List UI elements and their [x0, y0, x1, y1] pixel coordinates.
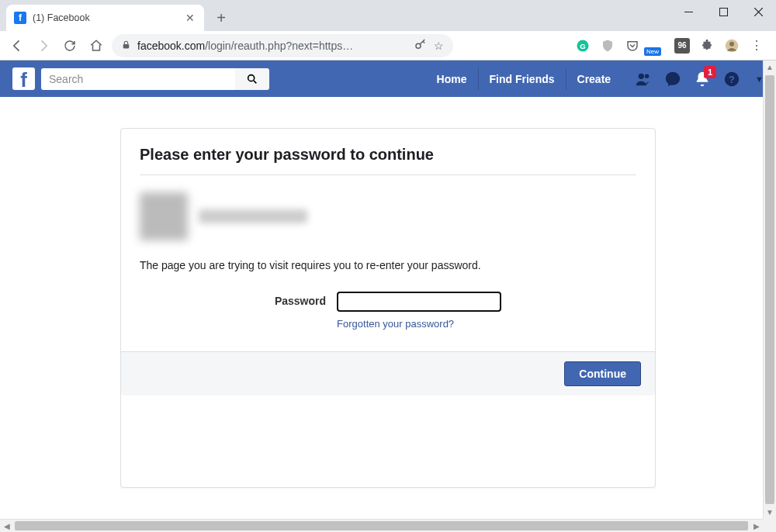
key-icon[interactable] — [414, 37, 428, 54]
browser-toolbar: facebook.com/login/reauth.php?next=https… — [0, 31, 776, 60]
scroll-up-arrow[interactable]: ▲ — [764, 60, 777, 74]
counter-extension-icon[interactable]: 96 — [674, 37, 691, 54]
svg-text:G: G — [580, 41, 586, 50]
bookmark-star-icon[interactable]: ☆ — [434, 40, 444, 52]
window-close-button[interactable] — [741, 0, 776, 23]
extension-new-badge: New — [644, 47, 661, 56]
help-icon[interactable]: ? — [722, 70, 741, 88]
password-label: Password — [275, 292, 326, 307]
svg-point-14 — [645, 74, 650, 78]
friend-requests-icon[interactable] — [634, 70, 653, 88]
nav-find-friends[interactable]: Find Friends — [478, 68, 566, 90]
nav-home[interactable]: Home — [426, 68, 478, 90]
reauth-card: Please enter your password to continue T… — [120, 128, 656, 488]
horizontal-scroll-thumb[interactable] — [15, 521, 748, 530]
avatar — [140, 192, 188, 240]
url-text: facebook.com/login/reauth.php?next=https… — [137, 40, 407, 52]
tab-title: (1) Facebook — [33, 12, 178, 23]
lock-icon — [121, 40, 131, 52]
facebook-header-icons: 1 ? ▼ — [634, 70, 764, 88]
scroll-right-arrow[interactable]: ▶ — [750, 520, 763, 533]
scrollbar-corner — [763, 519, 776, 532]
svg-point-10 — [729, 41, 734, 46]
page-content: Please enter your password to continue T… — [0, 97, 776, 519]
vertical-scroll-thumb[interactable] — [765, 75, 774, 504]
forward-button[interactable] — [33, 35, 54, 57]
search-wrap — [41, 68, 269, 90]
back-button[interactable] — [6, 35, 28, 57]
facebook-nav: Home Find Friends Create — [426, 68, 622, 90]
forgot-password-link[interactable]: Forgotten your password? — [337, 318, 501, 330]
window-controls — [671, 0, 776, 23]
messenger-icon[interactable] — [663, 70, 682, 88]
facebook-header: f Home Find Friends Create 1 ? ▼ — [0, 60, 776, 97]
password-row: Password Forgotten your password? — [140, 292, 636, 330]
card-title: Please enter your password to continue — [140, 146, 636, 175]
window-maximize-button[interactable] — [706, 0, 741, 23]
search-input[interactable] — [41, 68, 235, 90]
facebook-logo[interactable]: f — [12, 67, 35, 90]
reload-button[interactable] — [59, 35, 81, 57]
vertical-scrollbar[interactable]: ▲ ▼ — [763, 60, 776, 519]
address-bar[interactable]: facebook.com/login/reauth.php?next=https… — [112, 34, 453, 57]
search-button[interactable] — [235, 68, 269, 90]
horizontal-scrollbar[interactable]: ◀ ▶ — [0, 519, 763, 532]
shield-extension-icon[interactable] — [599, 37, 616, 54]
notifications-icon[interactable]: 1 — [693, 70, 712, 88]
browser-menu-icon[interactable]: ⋮ — [748, 37, 765, 54]
svg-rect-4 — [123, 43, 130, 47]
window-minimize-button[interactable] — [671, 0, 706, 23]
new-tab-button[interactable]: + — [210, 7, 232, 29]
scroll-left-arrow[interactable]: ◀ — [0, 520, 13, 533]
pocket-extension-icon[interactable] — [624, 37, 641, 54]
svg-rect-1 — [720, 8, 728, 16]
svg-point-11 — [248, 74, 255, 81]
card-footer: Continue — [121, 351, 655, 396]
tab-favicon: f — [14, 12, 26, 24]
svg-text:?: ? — [729, 73, 735, 85]
rainbow-extension-icon[interactable]: New — [649, 37, 666, 54]
notification-badge: 1 — [704, 66, 716, 78]
user-name — [199, 209, 307, 223]
user-row — [140, 192, 636, 240]
svg-line-12 — [254, 81, 256, 83]
password-input[interactable] — [337, 292, 501, 312]
browser-tab[interactable]: f (1) Facebook ✕ — [6, 5, 204, 31]
extension-icons: G New 96 ⋮ — [574, 37, 770, 54]
browser-titlebar: f (1) Facebook ✕ + — [0, 0, 776, 31]
extensions-puzzle-icon[interactable] — [698, 37, 715, 54]
grammarly-extension-icon[interactable]: G — [574, 37, 591, 54]
home-button[interactable] — [85, 35, 107, 57]
svg-point-5 — [416, 43, 421, 48]
profile-avatar-icon[interactable] — [723, 37, 740, 54]
scroll-down-arrow[interactable]: ▼ — [764, 506, 777, 519]
tab-close-icon[interactable]: ✕ — [184, 12, 196, 24]
nav-create[interactable]: Create — [566, 68, 622, 90]
continue-button[interactable]: Continue — [564, 361, 641, 386]
svg-point-13 — [639, 73, 644, 78]
explain-text: The page you are trying to visit require… — [140, 259, 636, 271]
